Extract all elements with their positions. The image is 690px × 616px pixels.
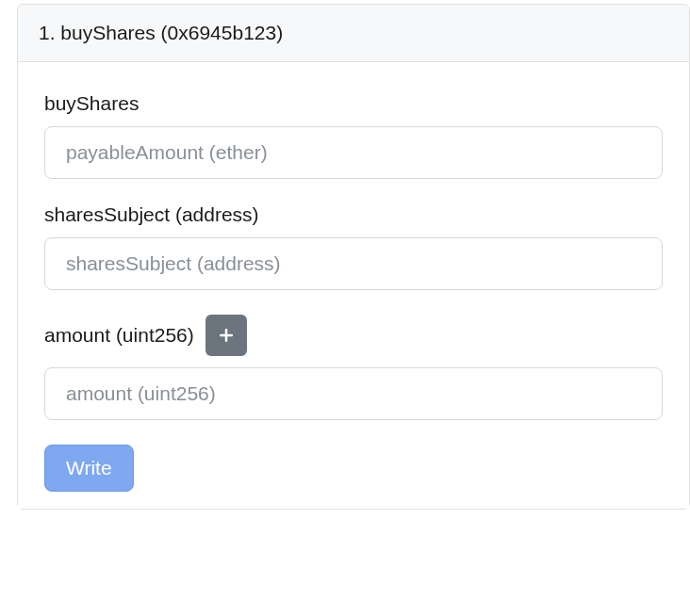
label-text: buyShares bbox=[44, 92, 139, 115]
field-group-amount: amount (uint256) bbox=[44, 315, 663, 420]
panel-body: buyShares sharesSubject (address) amount… bbox=[18, 62, 689, 509]
panel-title: 1. buyShares (0x6945b123) bbox=[39, 22, 283, 43]
write-button[interactable]: Write bbox=[44, 445, 134, 492]
payable-amount-input[interactable] bbox=[44, 126, 663, 179]
shares-subject-input[interactable] bbox=[44, 237, 663, 290]
amount-input[interactable] bbox=[44, 367, 663, 420]
label-text: amount (uint256) bbox=[44, 324, 194, 347]
function-panel: 1. buyShares (0x6945b123) buyShares shar… bbox=[17, 4, 690, 510]
plus-icon bbox=[217, 326, 236, 345]
add-amount-button[interactable] bbox=[205, 315, 247, 356]
field-group-sharessubject: sharesSubject (address) bbox=[44, 203, 663, 290]
label-text: sharesSubject (address) bbox=[44, 203, 259, 226]
actions-row: Write bbox=[44, 445, 663, 492]
field-label-buyshares: buyShares bbox=[44, 92, 663, 115]
field-label-amount: amount (uint256) bbox=[44, 315, 663, 356]
field-label-sharessubject: sharesSubject (address) bbox=[44, 203, 663, 226]
panel-header[interactable]: 1. buyShares (0x6945b123) bbox=[18, 5, 689, 62]
field-group-buyshares: buyShares bbox=[44, 92, 663, 179]
